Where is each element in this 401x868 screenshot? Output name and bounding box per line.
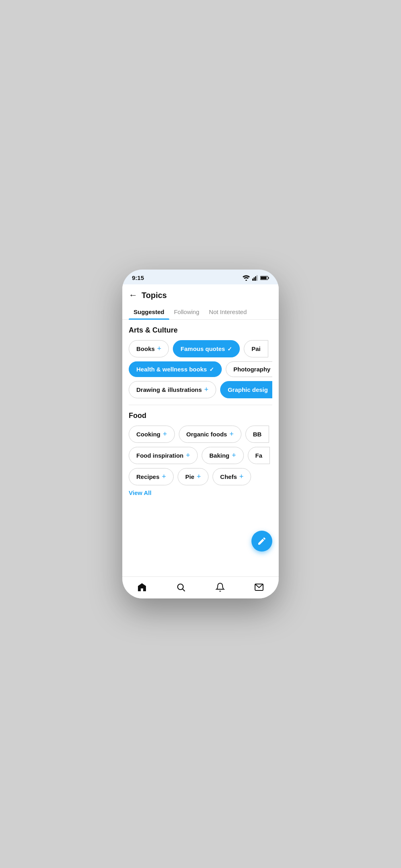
- chip-photography-label: Photography: [233, 366, 271, 373]
- mail-icon: [254, 582, 264, 592]
- tab-following[interactable]: Following: [169, 304, 204, 319]
- chip-health-wellness-label: Health & wellness books: [136, 366, 207, 373]
- chip-graphic-design[interactable]: Graphic desig: [220, 381, 272, 398]
- screen-content: ← Topics Suggested Following Not Interes…: [122, 284, 279, 576]
- chip-organic-foods[interactable]: Organic foods +: [179, 426, 241, 443]
- chip-books-icon: +: [157, 345, 162, 353]
- chip-organic-foods-icon: +: [229, 430, 234, 438]
- svg-rect-2: [254, 277, 255, 280]
- phone-shell: 9:15 ←: [122, 270, 279, 598]
- chip-recipes-label: Recipes: [136, 473, 160, 480]
- chip-famous-quotes-label: Famous quotes: [180, 345, 225, 352]
- bell-icon: [215, 582, 225, 592]
- chip-baking[interactable]: Baking +: [202, 447, 244, 464]
- nav-notifications[interactable]: [215, 582, 226, 593]
- svg-rect-6: [261, 276, 267, 279]
- svg-rect-4: [257, 275, 258, 281]
- chip-bbq-label: BB: [253, 431, 262, 438]
- chips-row-food-2: Food inspiration + Baking + Fa: [129, 447, 272, 464]
- chip-famous-quotes[interactable]: Famous quotes ✓: [173, 340, 240, 357]
- chip-chefs-label: Chefs: [220, 473, 237, 480]
- section-title-food: Food: [129, 412, 272, 420]
- chip-cooking-label: Cooking: [136, 431, 160, 438]
- chip-chefs[interactable]: Chefs +: [213, 468, 251, 485]
- chip-drawing-label: Drawing & illustrations: [136, 386, 202, 393]
- compose-fab[interactable]: [251, 531, 272, 552]
- chip-pie-label: Pie: [185, 473, 194, 480]
- chips-row-food-3: Recipes + Pie + Chefs +: [129, 468, 272, 485]
- chip-food-inspiration-label: Food inspiration: [136, 452, 184, 459]
- chip-baking-label: Baking: [209, 452, 229, 459]
- nav-home[interactable]: [136, 582, 148, 593]
- chip-pie-icon: +: [197, 473, 201, 481]
- chip-food-inspiration[interactable]: Food inspiration +: [129, 447, 198, 464]
- main-content: Arts & Culture Books + Famous quotes ✓ P…: [122, 320, 279, 576]
- home-icon: [137, 582, 147, 592]
- svg-rect-1: [252, 278, 253, 281]
- chip-farm[interactable]: Fa: [248, 447, 270, 464]
- chip-health-wellness[interactable]: Health & wellness books ✓: [129, 361, 222, 377]
- chip-food-inspiration-icon: +: [186, 451, 190, 460]
- chip-painting-label: Pai: [251, 345, 261, 352]
- header: ← Topics: [122, 284, 279, 300]
- chip-chefs-icon: +: [239, 473, 244, 481]
- svg-rect-7: [268, 277, 269, 278]
- chips-row-food-1: Cooking + Organic foods + BB: [129, 426, 272, 443]
- bottom-nav: [122, 576, 279, 598]
- chips-row-arts-3: Drawing & illustrations + Graphic desig: [129, 381, 272, 398]
- chip-recipes-icon: +: [162, 473, 166, 481]
- chip-books[interactable]: Books +: [129, 340, 169, 357]
- chip-books-label: Books: [136, 345, 155, 352]
- chips-row-arts-1: Books + Famous quotes ✓ Pai: [129, 340, 272, 357]
- chips-row-arts-2: Health & wellness books ✓ Photography: [129, 361, 272, 377]
- chip-health-wellness-icon: ✓: [209, 366, 214, 373]
- section-divider-1: [129, 405, 272, 405]
- chip-cooking-icon: +: [163, 430, 167, 438]
- nav-search[interactable]: [175, 582, 186, 593]
- svg-point-8: [178, 584, 183, 590]
- chip-baking-icon: +: [232, 451, 236, 460]
- chip-photography[interactable]: Photography: [226, 361, 272, 377]
- chip-drawing[interactable]: Drawing & illustrations +: [129, 381, 216, 398]
- status-time: 9:15: [132, 274, 144, 281]
- chip-famous-quotes-icon: ✓: [227, 346, 232, 352]
- chip-organic-foods-label: Organic foods: [186, 431, 227, 438]
- signal-icon: [252, 275, 258, 281]
- compose-icon: [257, 536, 267, 546]
- chip-bbq[interactable]: BB: [245, 426, 269, 443]
- header-title: Topics: [142, 291, 167, 300]
- section-food: Food Cooking + Organic foods + BB: [129, 412, 272, 496]
- view-all-food[interactable]: View All: [129, 489, 272, 496]
- section-arts-culture: Arts & Culture Books + Famous quotes ✓ P…: [129, 326, 272, 398]
- status-icons: [243, 275, 269, 281]
- wifi-icon: [243, 275, 250, 281]
- svg-point-0: [245, 280, 247, 281]
- battery-icon: [260, 275, 269, 281]
- tab-not-interested[interactable]: Not Interested: [204, 304, 251, 319]
- svg-line-9: [183, 589, 185, 592]
- chip-recipes[interactable]: Recipes +: [129, 468, 174, 485]
- tab-suggested[interactable]: Suggested: [129, 304, 169, 319]
- tabs: Suggested Following Not Interested: [122, 304, 279, 320]
- chip-painting[interactable]: Pai: [244, 340, 268, 357]
- chip-drawing-icon: +: [204, 385, 209, 394]
- section-title-arts: Arts & Culture: [129, 326, 272, 335]
- chip-pie[interactable]: Pie +: [178, 468, 209, 485]
- chip-farm-label: Fa: [255, 452, 263, 459]
- search-icon: [176, 582, 186, 592]
- svg-rect-3: [255, 276, 256, 280]
- chip-graphic-design-label: Graphic desig: [228, 386, 268, 393]
- chip-cooking[interactable]: Cooking +: [129, 426, 175, 443]
- back-button[interactable]: ←: [129, 290, 138, 300]
- nav-messages[interactable]: [253, 582, 265, 593]
- status-bar: 9:15: [122, 270, 279, 284]
